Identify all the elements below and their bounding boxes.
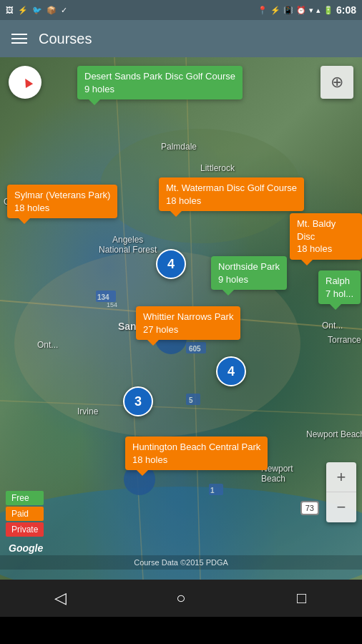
- legend-private: Private: [6, 522, 44, 537]
- course-holes: 18 holes: [297, 243, 355, 255]
- nav-bar: ◁ ○ □: [0, 580, 362, 617]
- location-button[interactable]: ⊕: [321, 66, 353, 99]
- twitter-icon: 🐦: [32, 6, 42, 15]
- course-northside[interactable]: Northside Park 9 holes: [211, 256, 287, 290]
- course-data-attribution: Course Data ©2015 PDGA: [0, 555, 362, 570]
- course-name: Northside Park: [218, 260, 280, 273]
- zoom-in-button[interactable]: +: [326, 462, 356, 492]
- course-whittier[interactable]: Whittier Narrows Park 27 holes: [136, 306, 240, 340]
- status-time: 6:08: [336, 4, 356, 16]
- menu-button[interactable]: [11, 34, 27, 44]
- course-mt-baldy[interactable]: Mt. Baldy Disc 18 holes: [290, 213, 362, 260]
- legend-free: Free: [6, 491, 44, 505]
- back-button[interactable]: ◁: [39, 584, 82, 613]
- zoom-controls: + −: [326, 462, 356, 522]
- status-icons-left: 🖼 ⚡ 🐦 📦 ✓: [6, 6, 67, 15]
- course-name: Huntington Beach Central Park: [132, 441, 260, 454]
- amazon-icon: 📦: [47, 6, 57, 15]
- course-name: Desert Sands Park Disc Golf Course: [84, 70, 235, 83]
- course-ralph[interactable]: Ralph 7 hol...: [318, 270, 361, 304]
- course-sylmar[interactable]: Sylmar (Veterans Park) 18 holes: [7, 185, 117, 218]
- cluster-3[interactable]: 3: [123, 386, 153, 416]
- page-title: Courses: [39, 31, 92, 47]
- cluster-4a[interactable]: 4: [156, 249, 186, 279]
- course-name: Whittier Narrows Park: [143, 311, 233, 323]
- toolbar: Courses: [0, 20, 362, 57]
- cluster-4b[interactable]: 4: [216, 356, 246, 386]
- image-icon: 🖼: [6, 6, 14, 14]
- home-button[interactable]: ○: [160, 584, 202, 613]
- google-logo: Google: [9, 542, 43, 554]
- course-name: Ralph: [326, 275, 353, 288]
- hamburger-line: [11, 34, 27, 35]
- map-legend: Free Paid Private: [6, 491, 44, 537]
- status-icons-right: 📍 ⚡ 📳 ⏰ ▾ ▴ 🔋 6:08: [258, 4, 356, 16]
- status-bar: 🖼 ⚡ 🐦 📦 ✓ 📍 ⚡ 📳 ⏰ ▾ ▴ 🔋 6:08: [0, 0, 362, 20]
- check-icon: ✓: [61, 6, 67, 15]
- location-pin-icon: 📍: [258, 6, 268, 15]
- bluetooth-icon: ⚡: [270, 6, 280, 15]
- course-holes: 27 holes: [143, 323, 233, 336]
- course-name: Mt. Baldy Disc: [297, 218, 355, 243]
- course-desert-sands[interactable]: Desert Sands Park Disc Golf Course 9 hol…: [77, 66, 243, 99]
- activity-icon: ⚡: [18, 6, 28, 15]
- recents-button[interactable]: □: [280, 584, 323, 613]
- course-name: Mt. Waterman Disc Golf Course: [166, 182, 297, 195]
- legend-paid: Paid: [6, 507, 44, 521]
- map-container[interactable]: 605 5 405 134 1 154 Palmdale Littlerock …: [0, 57, 362, 580]
- course-holes: 18 holes: [132, 454, 260, 467]
- course-holes: 18 holes: [166, 195, 297, 208]
- battery-icon: 🔋: [323, 6, 333, 15]
- course-holes: 18 holes: [14, 202, 110, 215]
- road-badge-73: 73: [300, 501, 319, 515]
- course-name: Sylmar (Veterans Park): [14, 189, 110, 202]
- course-holes: 9 holes: [84, 83, 235, 96]
- alarm-icon: ⏰: [296, 6, 306, 15]
- zoom-out-button[interactable]: −: [326, 492, 356, 522]
- wifi-icon: ▾: [309, 6, 313, 15]
- course-holes: 9 holes: [218, 273, 280, 286]
- crosshair-icon: ⊕: [331, 73, 343, 92]
- hamburger-line: [11, 42, 27, 44]
- course-mt-waterman[interactable]: Mt. Waterman Disc Golf Course 18 holes: [159, 177, 304, 211]
- hamburger-line: [11, 38, 27, 39]
- signal-icon: ▴: [316, 6, 321, 15]
- course-huntington[interactable]: Huntington Beach Central Park 18 holes: [125, 436, 268, 470]
- compass-button[interactable]: [9, 66, 41, 99]
- course-holes: 7 hol...: [326, 288, 353, 301]
- vibrate-icon: 📳: [283, 6, 293, 15]
